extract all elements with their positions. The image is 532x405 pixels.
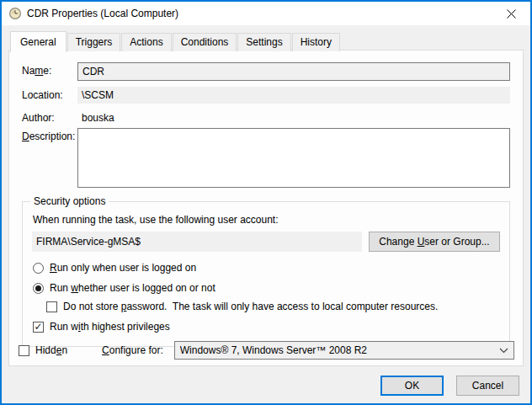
configure-for-label: Configure for: — [102, 344, 163, 356]
dialog-button-row: OK Cancel — [380, 376, 519, 396]
description-row: Description: — [22, 128, 510, 188]
account-prompt: When running the task, use the following… — [33, 214, 500, 226]
hidden-label: Hidden — [35, 344, 67, 356]
tab-general[interactable]: General — [10, 31, 66, 52]
user-account-value: FIRMA\Service-gMSA$ — [32, 232, 362, 252]
account-row: FIRMA\Service-gMSA$ Change User or Group… — [32, 232, 500, 252]
security-options-group: Security options When running the task, … — [22, 201, 510, 347]
chevron-down-icon — [499, 348, 508, 354]
radio-run-whether-logged-on[interactable]: Run whether user is logged on or not — [33, 282, 500, 294]
tab-settings[interactable]: Settings — [237, 33, 290, 51]
description-label: Description: — [22, 128, 77, 142]
tab-triggers[interactable]: Triggers — [67, 33, 121, 51]
cancel-button[interactable]: Cancel — [456, 376, 519, 396]
checkbox-label: Do not store password. The task will onl… — [63, 301, 438, 312]
author-label: Author: — [22, 109, 77, 124]
name-label: Name: — [22, 62, 77, 77]
location-row: Location: \SCSM — [22, 87, 510, 104]
configure-row: Hidden Configure for: Windows® 7, Window… — [19, 341, 514, 360]
security-options-label: Security options — [30, 195, 109, 207]
task-properties-dialog: CDR Properties (Local Computer) General … — [0, 0, 532, 405]
checkbox-run-highest-privileges[interactable]: Run with highest privileges — [33, 321, 500, 333]
radio-run-only-when-logged-on[interactable]: Run only when user is logged on — [33, 262, 500, 274]
location-label: Location: — [22, 87, 77, 101]
configure-for-value: Windows® 7, Windows Server™ 2008 R2 — [180, 344, 494, 356]
title-bar[interactable]: CDR Properties (Local Computer) — [2, 2, 530, 25]
radio-label: Run whether user is logged on or not — [50, 282, 215, 294]
author-value: bouska — [77, 109, 119, 124]
tab-page-general: Name: CDR Location: \SCSM Author: bouska… — [8, 50, 524, 366]
close-button[interactable] — [492, 2, 530, 25]
location-value: \SCSM — [77, 87, 510, 104]
description-input[interactable] — [77, 128, 510, 188]
checkbox-label: Run with highest privileges — [50, 321, 170, 333]
tab-history[interactable]: History — [292, 33, 340, 51]
author-row: Author: bouska — [22, 109, 510, 124]
checkbox-icon — [19, 345, 29, 356]
close-icon — [507, 9, 516, 19]
tab-conditions[interactable]: Conditions — [173, 33, 237, 51]
window-title: CDR Properties (Local Computer) — [27, 8, 178, 19]
checkbox-do-not-store-password[interactable]: Do not store password. The task will onl… — [46, 301, 500, 312]
checkbox-hidden[interactable]: Hidden — [19, 344, 67, 356]
checkbox-icon — [46, 301, 57, 312]
configure-for-select[interactable]: Windows® 7, Windows Server™ 2008 R2 — [174, 341, 514, 360]
name-input[interactable]: CDR — [77, 62, 510, 81]
radio-icon — [33, 263, 44, 274]
change-user-or-group-button[interactable]: Change User or Group... — [369, 232, 500, 252]
name-row: Name: CDR — [22, 62, 510, 81]
checkbox-checked-icon — [33, 322, 44, 333]
tab-actions[interactable]: Actions — [121, 33, 171, 51]
task-scheduler-clock-icon — [8, 7, 22, 20]
radio-selected-icon — [33, 283, 44, 294]
tab-strip: General Triggers Actions Conditions Sett… — [2, 25, 530, 51]
ok-button[interactable]: OK — [380, 376, 444, 396]
radio-label: Run only when user is logged on — [50, 262, 196, 274]
